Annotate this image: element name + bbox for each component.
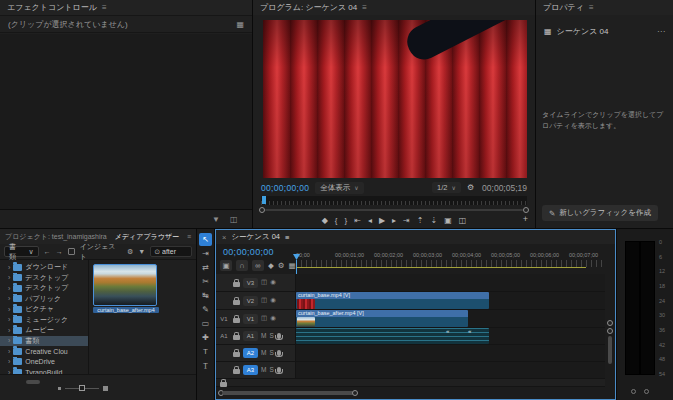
rectangle-tool[interactable]: ▭ <box>199 317 212 330</box>
lane-v2[interactable]: curtain_base.mp4 [V] <box>296 292 605 309</box>
folder-row[interactable]: ›Creative Clou <box>0 346 88 357</box>
location-dropdown[interactable]: 書類 ∨ <box>4 246 39 257</box>
lane-v3[interactable] <box>296 274 605 291</box>
eye-icon[interactable]: ◉ <box>270 279 276 286</box>
eye-icon[interactable]: ◉ <box>270 297 276 304</box>
linked-selection-toggle[interactable]: ∞ <box>252 260 264 271</box>
eye-icon[interactable]: ◉ <box>270 315 276 322</box>
voiceover-mic-icon[interactable] <box>277 367 281 373</box>
folder-row[interactable]: ›ピクチャ <box>0 304 88 315</box>
razor-tool[interactable]: ✂ <box>199 275 212 288</box>
timeline-settings-wrench-icon[interactable]: ⚙ <box>278 261 285 270</box>
tab-project[interactable]: プロジェクト: test_inamigashira <box>5 232 107 242</box>
nest-toggle[interactable]: ▣ <box>220 260 232 271</box>
close-icon[interactable]: × <box>222 233 226 242</box>
timeline-horizontal-scrollbar[interactable] <box>218 389 598 396</box>
panel-menu-icon[interactable]: ≡ <box>362 3 367 12</box>
horizontal-scrollbar[interactable] <box>26 380 40 384</box>
go-to-in-button[interactable]: ⇤ <box>354 217 361 225</box>
filter-icon[interactable]: ▼ <box>212 215 220 224</box>
settings-wrench-icon[interactable]: ⚙ <box>467 183 474 192</box>
panel-menu-icon[interactable]: ≡ <box>589 3 594 12</box>
timeline-tab-label[interactable]: シーケンス 04 <box>231 232 280 242</box>
button-editor-plus[interactable]: + <box>523 214 528 224</box>
filter-icon[interactable]: ▼ <box>138 248 145 255</box>
step-back-button[interactable]: ◂ <box>368 217 372 225</box>
media-tile-selected[interactable]: curtain_base_after.mp4 <box>93 264 159 313</box>
extract-button[interactable]: ⇣ <box>430 217 437 225</box>
search-input[interactable] <box>162 248 188 255</box>
audio-meter[interactable] <box>625 241 655 375</box>
step-forward-button[interactable]: ▸ <box>392 217 396 225</box>
media-search-box[interactable]: ⊙ <box>150 246 192 257</box>
lock-icon[interactable] <box>233 335 240 340</box>
forward-arrow-button[interactable]: → <box>56 248 63 255</box>
track-badge-v1[interactable]: V1 <box>243 314 258 324</box>
vertical-type-tool[interactable]: Ṯ <box>199 359 212 372</box>
folder-row[interactable]: ›パブリック <box>0 294 88 305</box>
track-badge-v3[interactable]: V3 <box>243 278 258 288</box>
track-badge-a3[interactable]: A3 <box>243 365 258 375</box>
thumbnail-zoom-slider[interactable] <box>58 386 108 391</box>
voiceover-mic-icon[interactable] <box>277 333 281 339</box>
track-badge-v2[interactable]: V2 <box>243 296 258 306</box>
solo-button[interactable]: S <box>269 333 273 340</box>
export-frame-button[interactable]: ▣ <box>444 217 452 225</box>
panel-menu-icon[interactable]: ≡ <box>102 3 107 12</box>
mark-out-button[interactable]: } <box>345 217 348 225</box>
track-badge-a2[interactable]: A2 <box>243 348 258 358</box>
pen-tool[interactable]: ✎ <box>199 303 212 316</box>
lock-icon[interactable] <box>220 382 227 387</box>
keyframes-icon[interactable]: ◫ <box>230 215 238 224</box>
track-select-forward-tool[interactable]: ⇥ <box>199 247 212 260</box>
audio-clip-curtain-base-after[interactable]: « « <box>296 328 489 344</box>
zoom-slider-handle[interactable] <box>79 385 85 391</box>
mute-button[interactable]: M <box>261 350 266 357</box>
sync-lock-icon[interactable]: ◫ <box>261 315 267 322</box>
vscroll-handle-bottom[interactable] <box>607 328 613 334</box>
clip-curtain-base[interactable]: curtain_base.mp4 [V] <box>296 292 489 309</box>
add-marker-button[interactable]: ◆ <box>268 261 274 270</box>
timeline-timecode[interactable]: 00;00;00;00 <box>223 247 274 257</box>
clip-curtain-base-after[interactable]: curtain_base_after.mp4 [V] <box>296 310 468 327</box>
zoom-level-select[interactable]: 全体表示 ∨ <box>315 182 363 194</box>
panel-menu-icon[interactable]: ≡ <box>285 233 289 242</box>
scrubber-playhead[interactable] <box>262 196 266 204</box>
type-tool[interactable]: T <box>199 345 212 358</box>
hand-tool[interactable]: ✚ <box>199 331 212 344</box>
lock-icon[interactable] <box>233 300 240 305</box>
new-graphic-button[interactable]: ✎ 新しいグラフィックを作成 <box>542 205 658 221</box>
sync-lock-icon[interactable]: ◫ <box>261 297 267 304</box>
lock-icon[interactable] <box>233 352 240 357</box>
playhead-timecode[interactable]: 00;00;00;00 <box>261 183 309 193</box>
display-settings-icon[interactable]: ▦ <box>289 261 296 270</box>
lock-icon[interactable] <box>233 318 240 323</box>
sequence-item-row[interactable]: ▦ シーケンス 04 ⋯ <box>536 21 673 41</box>
voiceover-mic-icon[interactable] <box>277 350 281 356</box>
meter-mute-right[interactable] <box>644 389 649 394</box>
lane-v1[interactable]: curtain_base_after.mp4 [V] <box>296 310 605 327</box>
tab-media-browser[interactable]: メディアブラウザー <box>115 232 179 242</box>
lock-icon[interactable] <box>233 369 240 374</box>
folder-row[interactable]: ›デスクトップ <box>0 273 88 284</box>
hscroll-handle-right[interactable] <box>352 390 358 396</box>
folder-row[interactable]: ›ムービー <box>0 325 88 336</box>
lock-icon[interactable] <box>233 282 240 287</box>
slip-tool[interactable]: ↹ <box>199 289 212 302</box>
mute-button[interactable]: M <box>261 333 266 340</box>
sync-lock-icon[interactable]: ◫ <box>261 279 267 286</box>
lane-a1[interactable]: « « <box>296 328 605 344</box>
zoom-handle-right[interactable] <box>523 207 529 213</box>
solo-button[interactable]: S <box>269 367 273 374</box>
lane-a3[interactable] <box>296 362 605 378</box>
folder-row[interactable]: ›OneDrive <box>0 357 88 368</box>
folder-row[interactable]: ›ダウンロード <box>0 262 88 273</box>
solo-button[interactable]: S <box>269 350 273 357</box>
zoom-in-icon[interactable] <box>103 386 108 391</box>
add-marker-button[interactable]: ◆ <box>322 217 328 225</box>
lift-button[interactable]: ⇡ <box>417 217 424 225</box>
timeline-ruler[interactable]: 00;0000;00;01;00 00;00;02;0000;00;03;00 … <box>296 252 605 268</box>
ingest-settings-wrench-icon[interactable]: ⚙ <box>127 248 133 256</box>
folder-row[interactable]: ›TyranoBuild <box>0 367 88 374</box>
play-button[interactable]: ▶ <box>379 217 385 225</box>
